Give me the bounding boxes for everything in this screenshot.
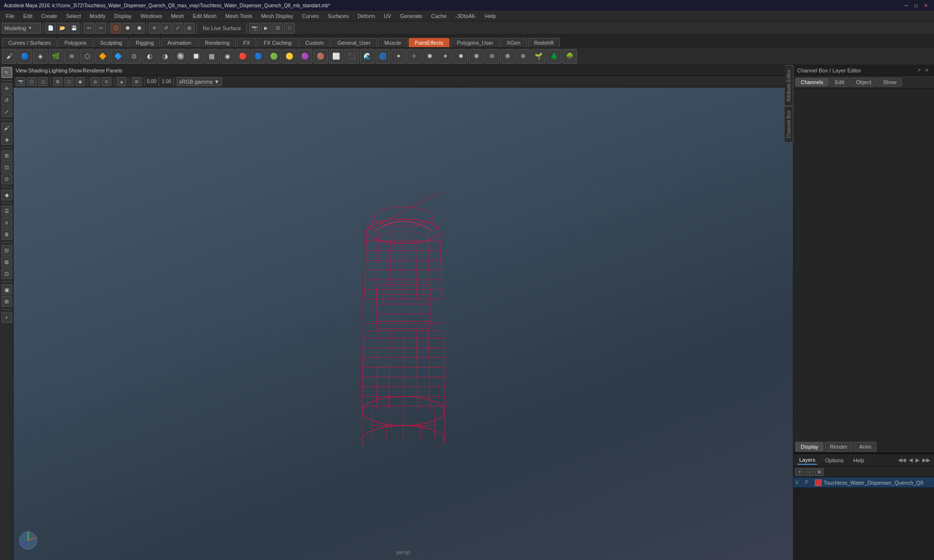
add-button[interactable]: + bbox=[1, 312, 12, 323]
new-layer-button[interactable]: + bbox=[795, 468, 804, 476]
shelf-icon-5[interactable]: ≋ bbox=[64, 49, 79, 64]
tab-sculpting[interactable]: Sculpting bbox=[94, 38, 128, 47]
layers-tab[interactable]: Layers bbox=[797, 456, 817, 465]
scale-button[interactable]: ⤢ bbox=[172, 23, 183, 34]
layer-prev-button[interactable]: ◀◀ bbox=[898, 457, 906, 463]
menu-mesh[interactable]: Mesh bbox=[167, 12, 188, 20]
shelf-icon-17[interactable]: 🔵 bbox=[251, 49, 266, 64]
shelf-icon-27[interactable]: ✧ bbox=[407, 49, 421, 64]
vp-menu-view[interactable]: View bbox=[16, 68, 27, 73]
shelf-icon-29[interactable]: ✶ bbox=[438, 49, 452, 64]
shelf-icon-23[interactable]: ⬛ bbox=[344, 49, 359, 64]
transform-button[interactable]: ⊞ bbox=[184, 23, 195, 34]
menu-surfaces[interactable]: Surfaces bbox=[324, 12, 353, 20]
vp-select-button[interactable]: ◻ bbox=[38, 77, 48, 86]
menu-help[interactable]: Help bbox=[481, 12, 500, 20]
vp-isolate-button[interactable]: ⊙ bbox=[102, 77, 111, 86]
ch-box-float-button[interactable]: ↗ bbox=[916, 67, 922, 74]
shelf-icon-21[interactable]: 🟤 bbox=[313, 49, 328, 64]
select-tool-button[interactable]: ↖ bbox=[1, 67, 12, 78]
tab-polygons[interactable]: Polygons bbox=[58, 38, 92, 47]
menu-deform[interactable]: Deform bbox=[354, 12, 379, 20]
shelf-icon-14[interactable]: ▩ bbox=[204, 49, 219, 64]
shelf-icon-30[interactable]: ✸ bbox=[453, 49, 468, 64]
menu-edit-mesh[interactable]: Edit Mesh bbox=[189, 12, 220, 20]
snap-button[interactable]: ⊞ bbox=[1, 150, 12, 161]
anim-tab[interactable]: Anim bbox=[854, 442, 877, 452]
edit-tab[interactable]: Edit bbox=[829, 78, 849, 87]
ipr-button[interactable]: ☆ bbox=[284, 23, 295, 34]
tab-paint-effects[interactable]: PaintEffects bbox=[409, 38, 450, 47]
maximize-button[interactable]: □ bbox=[912, 1, 920, 10]
shelf-icon-37[interactable]: 🌳 bbox=[562, 49, 577, 64]
tab-rendering[interactable]: Rendering bbox=[198, 38, 236, 47]
options-tab[interactable]: Options bbox=[823, 456, 845, 464]
menu-curves[interactable]: Curves bbox=[298, 12, 323, 20]
panel-button-2[interactable]: ⊠ bbox=[1, 257, 12, 267]
tab-animation[interactable]: Animation bbox=[161, 38, 198, 47]
channel-box-tab[interactable]: Channel Box bbox=[785, 106, 793, 142]
move-tool-button[interactable]: ✛ bbox=[1, 83, 12, 94]
menu-edit[interactable]: Edit bbox=[19, 12, 36, 20]
shelf-icon-13[interactable]: 🔲 bbox=[189, 49, 203, 64]
menu-create[interactable]: Create bbox=[37, 12, 61, 20]
render-view-button[interactable]: ▶ bbox=[261, 23, 271, 34]
vp-menu-panels[interactable]: Panels bbox=[106, 68, 123, 73]
layout-button-1[interactable]: ☰ bbox=[1, 206, 12, 216]
menu-mesh-display[interactable]: Mesh Display bbox=[257, 12, 297, 20]
tab-fx-caching[interactable]: FX Caching bbox=[257, 38, 298, 47]
display-tab[interactable]: Display bbox=[795, 442, 824, 452]
tab-rigging[interactable]: Rigging bbox=[129, 38, 160, 47]
rotate-tool-button[interactable]: ↺ bbox=[1, 95, 12, 105]
menu-file[interactable]: File bbox=[2, 12, 18, 20]
tab-muscle[interactable]: Muscle bbox=[378, 38, 408, 47]
vp-wireframe-button[interactable]: ⬡ bbox=[64, 77, 74, 86]
magnet-button[interactable]: ⊙ bbox=[1, 174, 12, 184]
delete-layer-button[interactable]: - bbox=[805, 468, 814, 476]
tab-general-user[interactable]: General_User bbox=[331, 38, 377, 47]
mode-selector[interactable]: Modeling ▼ bbox=[2, 23, 41, 34]
menu-generate[interactable]: Generate bbox=[396, 12, 426, 20]
render-proxy-button[interactable]: ◆ bbox=[1, 190, 12, 200]
lasso-select-button[interactable]: ⬢ bbox=[122, 23, 133, 34]
vp-persp-button[interactable]: ⬡ bbox=[27, 77, 36, 86]
misc-button[interactable]: ⊞ bbox=[1, 296, 12, 307]
menu-select[interactable]: Select bbox=[62, 12, 85, 20]
menu-cache[interactable]: Cache bbox=[427, 12, 450, 20]
object-tab[interactable]: Object bbox=[850, 78, 877, 87]
panel-button-1[interactable]: ⊟ bbox=[1, 245, 12, 256]
shelf-icon-36[interactable]: 🌲 bbox=[547, 49, 561, 64]
vp-menu-shading[interactable]: Shading bbox=[28, 68, 48, 73]
viewport-3d[interactable]: x y z bbox=[14, 88, 793, 560]
shelf-icon-19[interactable]: 🟡 bbox=[282, 49, 297, 64]
menu-3dtoall[interactable]: -3DtoAll- bbox=[451, 12, 480, 20]
layout-button-2[interactable]: ≡ bbox=[1, 217, 12, 228]
shelf-icon-22[interactable]: ⬜ bbox=[329, 49, 343, 64]
help-tab[interactable]: Help bbox=[851, 456, 866, 464]
paint-tool-button[interactable]: 🖌 bbox=[1, 122, 12, 133]
tab-redshift[interactable]: Redshift bbox=[528, 38, 560, 47]
layer-visibility[interactable]: V bbox=[795, 480, 803, 485]
sculpt-tool-button[interactable]: ◈ bbox=[1, 134, 12, 145]
vp-menu-lighting[interactable]: Lighting bbox=[49, 68, 68, 73]
shelf-icon-12[interactable]: 🔘 bbox=[173, 49, 188, 64]
shelf-icon-28[interactable]: ✱ bbox=[422, 49, 437, 64]
layer-color-swatch[interactable] bbox=[815, 479, 822, 486]
shelf-icon-20[interactable]: 🟣 bbox=[298, 49, 312, 64]
shelf-icon-18[interactable]: 🟢 bbox=[267, 49, 281, 64]
redo-button[interactable]: ↪ bbox=[95, 23, 106, 34]
vp-cam-button[interactable]: 📷 bbox=[16, 77, 25, 86]
menu-uv[interactable]: UV bbox=[380, 12, 395, 20]
menu-modify[interactable]: Modify bbox=[86, 12, 109, 20]
channels-tab[interactable]: Channels bbox=[795, 78, 828, 87]
shelf-icon-16[interactable]: 🔴 bbox=[235, 49, 250, 64]
camera-button[interactable]: 📷 bbox=[249, 23, 260, 34]
scale-tool-button[interactable]: ⤢ bbox=[1, 106, 12, 117]
vp-menu-show[interactable]: Show bbox=[69, 68, 82, 73]
menu-mesh-tools[interactable]: Mesh Tools bbox=[221, 12, 256, 20]
tab-custom[interactable]: Custom bbox=[299, 38, 330, 47]
shelf-icon-24[interactable]: 🌊 bbox=[360, 49, 375, 64]
batch-render-button[interactable]: ⊡ bbox=[272, 23, 283, 34]
ch-box-close-button[interactable]: ✕ bbox=[923, 67, 930, 74]
open-file-button[interactable]: 📂 bbox=[57, 23, 68, 34]
